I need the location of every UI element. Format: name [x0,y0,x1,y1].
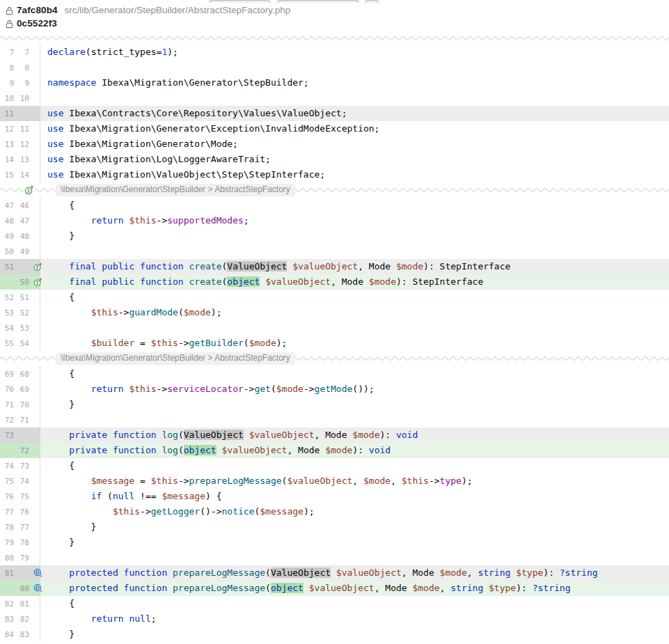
code-line[interactable]: } [40,535,669,550]
diff-gutter: 5352 [0,305,40,320]
code-line[interactable]: protected function prepareLogMessage(Val… [40,565,669,581]
old-line-number: 74 [1,462,14,471]
new-line-number: 50 [16,278,29,287]
code-line[interactable] [40,412,669,427]
code-token: log [162,430,178,440]
code-line[interactable]: } [40,228,669,244]
code-line[interactable]: if (null !== $message) { [40,489,669,504]
code-token: ): [516,583,532,593]
diff-code-row: 5352 $this->guardMode($mode); [0,305,669,320]
code-token: , [391,476,402,486]
code-token: ( [271,384,276,394]
code-token: $mode [352,430,379,440]
code-line[interactable] [40,320,669,336]
code-line[interactable]: final public function create(ValueObject… [40,259,669,274]
old-line-number: 7 [1,48,14,57]
code-token: void [396,430,418,440]
code-token [167,583,173,593]
old-line-number: 51 [1,262,14,272]
code-token: null [129,613,150,624]
code-line[interactable] [40,91,669,106]
diff-gutter: 8382 [0,611,40,627]
code-token: , Mode [375,583,413,593]
code-token: function [140,261,184,272]
code-line[interactable]: } [40,627,669,642]
code-line[interactable]: namespace Ibexa\Migration\Generator\Step… [40,75,669,91]
code-line[interactable]: { [40,458,669,473]
code-line[interactable]: { [40,290,669,305]
code-line[interactable]: use Ibexa\Contracts\Core\Repository\Valu… [40,106,669,121]
code-token: , Mode [331,276,369,287]
code-line[interactable]: { [40,366,669,382]
code-token: use [47,169,63,180]
collapsed-region-separator[interactable]: \Ibexa\Migration\Generator\StepBuilder >… [0,182,669,198]
code-token: void [369,445,391,455]
code-line[interactable]: use Ibexa\Migration\ValueObject\Step\Ste… [40,167,669,182]
diff-code-row: 7170 } [0,397,669,412]
code-token: $mode [325,445,352,455]
commit-hash-new: 0c5522f3 [17,18,57,29]
collapsed-region-separator[interactable] [0,32,669,45]
code-line[interactable]: private function log(ValueObject $valueO… [40,427,669,443]
code-token [47,338,91,348]
old-line-number: 47 [1,201,14,210]
code-line[interactable]: $this->getLogger()->notice($message); [40,504,669,519]
code-line[interactable]: use Ibexa\Migration\Log\LoggerAwareTrait… [40,152,669,167]
code-line[interactable]: use Ibexa\Migration\Generator\Mode; [40,136,669,152]
code-line[interactable]: return $this->supportedModes; [40,213,669,228]
old-line-number: 11 [1,109,14,118]
code-token: $valueObject [287,476,352,486]
code-line[interactable]: } [40,519,669,535]
code-token: ): StepInterface [423,261,510,272]
code-line[interactable]: protected function prepareLogMessage(obj… [40,581,669,596]
code-token [483,583,489,593]
code-line[interactable]: private function log(object $valueObject… [40,443,669,458]
new-line-number: 9 [16,79,29,88]
diff-gutter: 7776 [0,504,40,519]
code-token: final [69,261,96,272]
code-line[interactable]: use Ibexa\Migration\Generator\Exception\… [40,121,669,136]
code-line[interactable]: return null; [40,611,669,627]
diff-code-row: 73 private function log(ValueObject $val… [0,427,669,443]
code-token: ()-> [200,506,221,517]
collapsed-region-label[interactable]: \Ibexa\Migration\Generator\StepBuilder >… [56,352,295,365]
diff-gutter: 6968 [0,366,40,382]
new-line-number: 80 [16,584,29,593]
diff-gutter: 1413 [0,152,40,167]
code-line[interactable]: final public function create(object $val… [40,274,669,290]
code-token: $this [113,506,140,517]
code-token: } [47,230,74,241]
code-line[interactable]: $message = $this->prepareLogMessage($val… [40,473,669,489]
new-line-number: 82 [16,615,29,624]
diff-code-row: 99namespace Ibexa\Migration\Generator\St… [0,75,669,91]
code-line[interactable] [40,60,669,75]
diff-code-row: 1312use Ibexa\Migration\Generator\Mode; [0,136,669,152]
code-token: ); [304,506,315,517]
code-line[interactable]: $this->guardMode($mode); [40,305,669,320]
implements-icon[interactable] [24,185,35,196]
code-token: $mode [396,261,423,272]
new-line-number: 46 [16,201,29,210]
collapsed-region-separator[interactable]: \Ibexa\Migration\Generator\StepBuilder >… [0,351,669,366]
code-token: strict_types= [91,47,162,57]
old-line-number: 52 [1,293,14,302]
code-line[interactable]: { [40,596,669,611]
code-token: protected [69,567,118,578]
code-token [107,445,113,455]
code-line[interactable]: { [40,198,669,213]
diff-code-row: 1010 [0,91,669,106]
code-line[interactable]: declare(strict_types=1); [40,45,669,60]
collapsed-region-label[interactable]: \Ibexa\Migration\Generator\StepBuilder >… [56,184,295,196]
diff-gutter: 4746 [0,198,40,213]
diff-editor: 77declare(strict_types=1);8899namespace … [0,32,669,642]
code-line[interactable] [40,244,669,259]
diff-gutter: 5251 [0,290,40,305]
code-line[interactable]: } [40,397,669,412]
old-line-number: 55 [1,339,14,348]
code-line[interactable] [40,550,669,565]
code-line[interactable]: $builder = $this->getBuilder($mode); [40,336,669,351]
code-line[interactable]: return $this->serviceLocator->get($mode-… [40,382,669,397]
code-token: $mode [249,338,276,348]
code-token: = [134,338,150,348]
new-line-number: 78 [16,538,29,547]
